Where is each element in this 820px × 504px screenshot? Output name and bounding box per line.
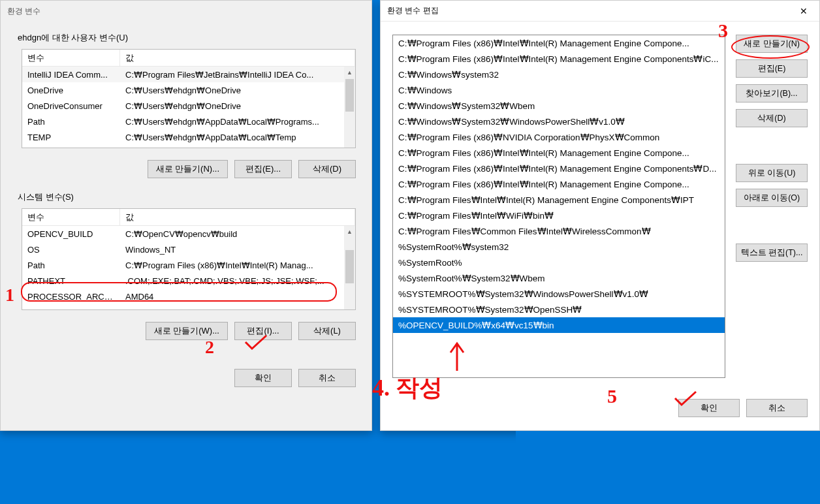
user-vars-label: ehdgn에 대한 사용자 변수(U) — [1, 22, 371, 49]
new-button[interactable]: 새로 만들기(N) — [736, 35, 808, 53]
path-item[interactable]: C:₩Program Files (x86)₩Intel₩Intel(R) Ma… — [393, 176, 725, 192]
user-delete-button[interactable]: 삭제(D) — [298, 160, 356, 178]
table-header: 변수 값 — [22, 209, 355, 226]
table-row[interactable]: TEMPC:₩Users₩ehdgn₩AppData₩Local₩Temp — [22, 129, 355, 145]
path-item[interactable]: C:₩Program Files₩Intel₩Intel(R) Manageme… — [393, 192, 725, 208]
user-edit-button[interactable]: 편집(E)... — [234, 160, 292, 178]
col-val-header[interactable]: 값 — [120, 50, 355, 66]
path-item[interactable]: C:₩Program Files (x86)₩Intel₩Intel(R) Ma… — [393, 35, 725, 51]
system-delete-button[interactable]: 삭제(L) — [298, 322, 356, 340]
path-item[interactable]: C:₩Program Files (x86)₩NVIDIA Corporatio… — [393, 129, 725, 145]
ok-button[interactable]: 확인 — [234, 369, 292, 387]
table-row[interactable]: PROCESSOR_ARCH...AMD64 — [22, 289, 355, 304]
path-item[interactable]: C:₩Program Files (x86)₩Intel₩Intel(R) Ma… — [393, 51, 725, 67]
table-row[interactable]: OPENCV_BUILDC:₩OpenCV₩opencv₩build — [22, 226, 355, 242]
path-item[interactable]: C:₩Program Files₩Intel₩WiFi₩bin₩ — [393, 208, 725, 223]
path-item[interactable]: %SystemRoot%₩system32 — [393, 239, 725, 255]
user-new-button[interactable]: 새로 만들기(N)... — [148, 160, 229, 178]
col-var-header[interactable]: 변수 — [22, 209, 120, 225]
scroll-thumb[interactable] — [345, 79, 354, 112]
table-row[interactable]: OneDriveC:₩Users₩ehdgn₩OneDrive — [22, 82, 355, 98]
path-item[interactable]: C:₩Program Files (x86)₩Intel₩Intel(R) Ma… — [393, 161, 725, 176]
scroll-up-icon[interactable]: ▲ — [344, 67, 355, 78]
path-item[interactable]: %SYSTEMROOT%₩System32₩WindowsPowerShell₩… — [393, 286, 725, 302]
table-row[interactable]: PathC:₩Users₩ehdgn₩AppData₩Local₩Program… — [22, 114, 355, 129]
cancel-button[interactable]: 취소 — [298, 369, 356, 387]
path-item[interactable]: C:₩Program Files (x86)₩Intel₩Intel(R) Ma… — [393, 145, 725, 161]
path-list[interactable]: C:₩Program Files (x86)₩Intel₩Intel(R) Ma… — [392, 35, 725, 378]
table-header: 변수 값 — [22, 50, 355, 67]
path-item[interactable]: %SystemRoot% — [393, 255, 725, 270]
move-down-button[interactable]: 아래로 이동(O) — [736, 189, 808, 207]
path-item[interactable]: %SystemRoot%₩System32₩Wbem — [393, 270, 725, 286]
dialog1-title: 환경 변수 — [7, 6, 40, 17]
system-vars-label: 시스템 변수(S) — [1, 181, 371, 208]
scrollbar[interactable]: ▲ — [344, 226, 355, 309]
side-buttons: 새로 만들기(N) 편집(E) 찾아보기(B)... 삭제(D) 위로 이동(U… — [736, 35, 808, 378]
desktop-background — [516, 431, 820, 504]
dialog2-title: 환경 변수 편집 — [387, 5, 439, 16]
close-icon: ✕ — [800, 6, 808, 16]
dialog1-bottom-buttons: 확인 취소 — [1, 356, 371, 400]
system-new-button[interactable]: 새로 만들기(W)... — [146, 322, 228, 340]
table-row[interactable]: PATHEXT.COM;.EXE;.BAT;.CMD;.VBS;.VBE;.JS… — [22, 273, 355, 289]
dialog2-titlebar[interactable]: 환경 변수 편집 ✕ — [381, 1, 819, 22]
path-item[interactable]: %SYSTEMROOT%₩System32₩OpenSSH₩ — [393, 302, 725, 317]
col-val-header[interactable]: 값 — [120, 209, 355, 225]
cancel-button[interactable]: 취소 — [746, 399, 808, 417]
scrollbar[interactable]: ▲ — [344, 67, 355, 148]
col-var-header[interactable]: 변수 — [22, 50, 120, 66]
scroll-thumb[interactable] — [345, 250, 354, 283]
path-item[interactable]: C:₩Windows₩System32₩WindowsPowerShell₩v1… — [393, 114, 725, 129]
path-item[interactable]: C:₩Windows — [393, 82, 725, 98]
env-vars-dialog: 환경 변수 ehdgn에 대한 사용자 변수(U) 변수 값 IntelliJ … — [0, 0, 372, 431]
user-vars-table[interactable]: 변수 값 IntelliJ IDEA Comm...C:₩Program Fil… — [22, 49, 356, 148]
edit-env-var-dialog: 환경 변수 편집 ✕ C:₩Program Files (x86)₩Intel₩… — [380, 0, 820, 431]
dialog2-bottom-buttons: 확인 취소 — [381, 391, 819, 429]
user-vars-buttons: 새로 만들기(N)... 편집(E)... 삭제(D) — [1, 153, 371, 181]
close-button[interactable]: ✕ — [791, 2, 817, 20]
path-item[interactable]: C:₩Windows₩System32₩Wbem — [393, 98, 725, 114]
path-item[interactable]: C:₩Program Files₩Common Files₩Intel₩Wire… — [393, 223, 725, 239]
edit-button[interactable]: 편집(E) — [736, 59, 808, 78]
dialog1-titlebar[interactable]: 환경 변수 — [1, 1, 371, 22]
delete-button[interactable]: 삭제(D) — [736, 109, 808, 127]
text-edit-button[interactable]: 텍스트 편집(T)... — [736, 244, 808, 262]
path-item[interactable]: C:₩Windows₩system32 — [393, 67, 725, 82]
system-vars-table[interactable]: 변수 값 OPENCV_BUILDC:₩OpenCV₩opencv₩buildO… — [22, 208, 356, 310]
scroll-up-icon[interactable]: ▲ — [344, 226, 355, 237]
browse-button[interactable]: 찾아보기(B)... — [736, 84, 808, 102]
table-row[interactable]: IntelliJ IDEA Comm...C:₩Program Files₩Je… — [22, 67, 355, 82]
system-edit-button[interactable]: 편집(I)... — [234, 322, 292, 340]
table-row[interactable]: PathC:₩Program Files (x86)₩Intel₩Intel(R… — [22, 257, 355, 273]
system-vars-buttons: 새로 만들기(W)... 편집(I)... 삭제(L) — [1, 315, 371, 343]
table-row[interactable]: OneDriveConsumerC:₩Users₩ehdgn₩OneDrive — [22, 98, 355, 114]
table-row[interactable]: OSWindows_NT — [22, 242, 355, 257]
move-up-button[interactable]: 위로 이동(U) — [736, 164, 808, 182]
ok-button[interactable]: 확인 — [678, 399, 740, 417]
path-item[interactable]: %OPENCV_BUILD%₩x64₩vc15₩bin — [393, 317, 725, 333]
